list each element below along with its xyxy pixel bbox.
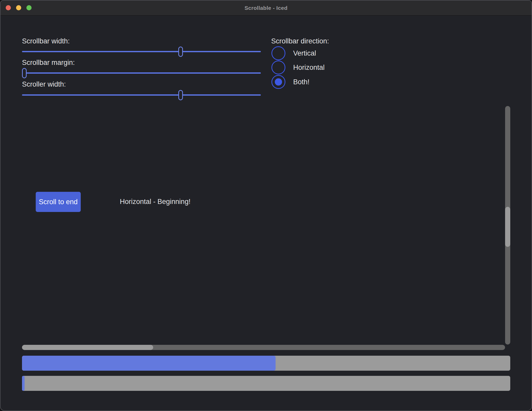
- scroller-width-slider[interactable]: [22, 90, 261, 100]
- radio-selected-dot: [275, 78, 282, 86]
- scroll-status-text: Horizontal - Beginning!: [120, 198, 190, 206]
- traffic-lights: [6, 5, 32, 10]
- radio-label[interactable]: Vertical: [293, 49, 316, 57]
- scroll-to-end-button[interactable]: Scroll to end: [36, 192, 81, 212]
- window-title: Scrollable - Iced: [245, 5, 287, 11]
- radio-circle-icon[interactable]: [271, 75, 285, 89]
- radio-circle-icon[interactable]: [271, 60, 285, 74]
- scrollbar-margin-slider[interactable]: [22, 68, 261, 78]
- scrollbar-direction-label: Scrollbar direction:: [271, 37, 329, 45]
- vertical-scrollbar-thumb[interactable]: [505, 207, 510, 247]
- scrollbar-width-label: Scrollbar width:: [22, 37, 70, 45]
- progress-fill: [22, 356, 276, 371]
- scrollbar-margin-label: Scrollbar margin:: [22, 59, 75, 67]
- radio-horizontal[interactable]: Horizontal: [271, 60, 325, 74]
- radio-label[interactable]: Both!: [293, 78, 309, 86]
- slider-handle[interactable]: [178, 47, 183, 57]
- scroller-width-label: Scroller width:: [22, 80, 66, 88]
- minimize-button-icon[interactable]: [16, 5, 21, 10]
- slider-handle[interactable]: [178, 90, 183, 100]
- scrollbar-width-slider[interactable]: [22, 47, 261, 57]
- zoom-button-icon[interactable]: [26, 5, 32, 10]
- radio-label[interactable]: Horizontal: [293, 64, 325, 72]
- slider-rail[interactable]: [22, 94, 261, 96]
- slider-rail[interactable]: [22, 51, 261, 52]
- slider-handle[interactable]: [22, 68, 27, 78]
- vertical-progress-bar: [22, 376, 510, 391]
- radio-both[interactable]: Both!: [271, 75, 309, 89]
- title-bar: Scrollable - Iced: [1, 1, 531, 16]
- radio-circle-icon[interactable]: [271, 46, 285, 60]
- radio-vertical[interactable]: Vertical: [271, 46, 316, 60]
- slider-rail[interactable]: [22, 72, 261, 74]
- horizontal-scrollbar-thumb[interactable]: [22, 345, 153, 350]
- close-button-icon[interactable]: [6, 5, 11, 10]
- app-window: Scrollable - Iced Scrollbar width: Scrol…: [0, 0, 532, 411]
- progress-fill: [22, 376, 25, 391]
- horizontal-progress-bar: [22, 356, 510, 371]
